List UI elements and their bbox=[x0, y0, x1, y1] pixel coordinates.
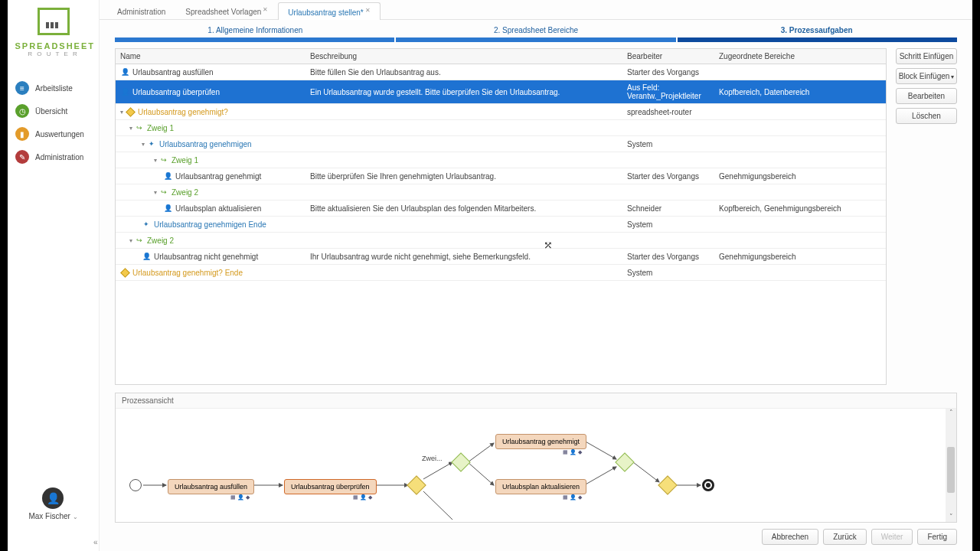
chevron-down-icon: ⌄ bbox=[73, 514, 78, 520]
svg-line-7 bbox=[584, 441, 616, 459]
tab-administration[interactable]: Administration bbox=[107, 3, 175, 19]
tab-vorlagen[interactable]: Spreadsheet Vorlagen✕ bbox=[175, 2, 278, 19]
svg-line-3 bbox=[423, 462, 452, 479]
main: Administration Spreadsheet Vorlagen✕ Url… bbox=[100, 0, 972, 551]
logo-icon bbox=[38, 8, 70, 35]
process-view-panel: Prozessansicht Urlaubsantr bbox=[115, 393, 957, 523]
scroll-down-icon[interactable]: ˅ bbox=[949, 513, 953, 520]
delete-button[interactable]: Löschen bbox=[896, 108, 957, 124]
table-row[interactable]: 👤Urlaubsantrag ausfüllen Bitte füllen Si… bbox=[116, 64, 886, 80]
nav-auswertungen[interactable]: ▮ Auswertungen bbox=[8, 122, 99, 145]
task-ausfuellen[interactable]: Urlaubsantrag ausfüllen bbox=[168, 479, 254, 494]
task-genehmigt[interactable]: Urlaubsantrag genehmigt bbox=[495, 434, 586, 449]
parallel-icon: ✦ bbox=[147, 139, 156, 148]
gateway-end-icon bbox=[120, 268, 129, 277]
user-task-icon: 👤 bbox=[120, 87, 129, 96]
expand-icon[interactable]: ▾ bbox=[120, 109, 123, 116]
parallel-end-icon: ✦ bbox=[142, 220, 151, 229]
col-beschreibung[interactable]: Beschreibung bbox=[305, 49, 622, 64]
expand-icon[interactable]: ▾ bbox=[154, 189, 157, 196]
table-row[interactable]: 👤Urlaubsantrag genehmigt Bitte überprüfe… bbox=[116, 168, 886, 184]
finish-button[interactable]: Fertig bbox=[917, 529, 957, 545]
col-zugeordnete[interactable]: Zugeordnete Bereiche bbox=[714, 49, 886, 64]
end-event[interactable] bbox=[702, 479, 714, 491]
gateway-parallel-join[interactable] bbox=[618, 455, 632, 469]
user-block[interactable]: 👤 Max Fischer ⌄ bbox=[28, 487, 77, 520]
table-row[interactable]: ▾↪Zweig 1 bbox=[116, 152, 886, 168]
cancel-button[interactable]: Abbrechen bbox=[762, 529, 818, 545]
expand-icon[interactable]: ▾ bbox=[129, 237, 132, 244]
col-bearbeiter[interactable]: Bearbeiter bbox=[622, 49, 714, 64]
task-ueberpruefen[interactable]: Urlaubsantrag überprüfen bbox=[284, 479, 377, 494]
table-row[interactable]: ▾↪Zweig 2 bbox=[116, 233, 886, 249]
list-icon: ≡ bbox=[15, 81, 29, 95]
nav-arbeitsliste[interactable]: ≡ Arbeitsliste bbox=[8, 77, 99, 99]
nav-label: Arbeitsliste bbox=[35, 84, 73, 93]
task-badges-icon: ▦ 👤 ◆ bbox=[353, 494, 372, 500]
svg-line-5 bbox=[468, 443, 494, 462]
scroll-thumb[interactable] bbox=[947, 447, 955, 493]
task-badges-icon: ▦ 👤 ◆ bbox=[563, 449, 582, 455]
start-event[interactable] bbox=[129, 479, 142, 491]
tab-urlaubsantrag[interactable]: Urlaubsantrag stellen*✕ bbox=[278, 2, 380, 20]
svg-line-4 bbox=[423, 491, 452, 520]
branch-icon: ↪ bbox=[159, 187, 168, 197]
svg-line-9 bbox=[633, 462, 659, 482]
tabs: Administration Spreadsheet Vorlagen✕ Url… bbox=[100, 0, 972, 20]
table-row[interactable]: 👤Urlaubsplan aktualisieren Bitte aktuali… bbox=[116, 201, 886, 217]
logo: SPREADSHEET R O U T E R bbox=[15, 8, 92, 57]
table-row[interactable]: ▾✦Urlaubsantrag genehmigen System bbox=[116, 136, 886, 152]
chevron-down-icon: ▾ bbox=[951, 73, 954, 80]
table-row[interactable]: ▾↪Zweig 2 bbox=[116, 184, 886, 201]
wizard-steps: 1. Allgemeine Informationen 2. Spreadshe… bbox=[100, 20, 972, 42]
gateway-parallel[interactable] bbox=[454, 455, 468, 469]
nav-label: Übersicht bbox=[35, 107, 67, 116]
insert-block-button[interactable]: Block Einfügen▾ bbox=[896, 68, 957, 84]
close-icon[interactable]: ✕ bbox=[263, 6, 268, 13]
edit-button[interactable]: Bearbeiten bbox=[896, 88, 957, 104]
flow-lines bbox=[116, 409, 956, 522]
footer-buttons: Abbrechen Zurück Weiter Fertig bbox=[100, 523, 972, 551]
step-1[interactable]: 1. Allgemeine Informationen bbox=[115, 26, 396, 37]
step-3[interactable]: 3. Prozessaufgaben bbox=[676, 26, 957, 37]
table-row[interactable]: 👤Urlaubsantrag nicht genehmigt Ihr Urlau… bbox=[116, 249, 886, 265]
scroll-up-icon[interactable]: ˄ bbox=[949, 409, 953, 416]
step-2[interactable]: 2. Spreadsheet Bereiche bbox=[396, 26, 677, 37]
expand-icon[interactable]: ▾ bbox=[129, 125, 132, 132]
avatar-icon: 👤 bbox=[42, 487, 64, 509]
table-row-selected[interactable]: 👤Urlaubsantrag überprüfen Ein Urlaubsant… bbox=[116, 80, 886, 104]
svg-line-8 bbox=[584, 467, 616, 485]
user-task-icon: 👤 bbox=[142, 252, 151, 261]
nav-label: Auswertungen bbox=[35, 130, 84, 139]
user-task-icon: 👤 bbox=[163, 171, 172, 181]
brand-line2: R O U T E R bbox=[15, 51, 92, 57]
table-row[interactable]: ▾↪Zweig 1 bbox=[116, 120, 886, 136]
gateway[interactable] bbox=[410, 478, 423, 492]
wrench-icon: ✎ bbox=[15, 150, 29, 164]
process-canvas[interactable]: Urlaubsantrag ausfüllen ▦ 👤 ◆ Urlaubsant… bbox=[116, 409, 956, 522]
col-name[interactable]: Name bbox=[116, 49, 305, 64]
insert-step-button[interactable]: Schritt Einfügen bbox=[896, 48, 957, 64]
task-aktualisieren[interactable]: Urlaubsplan aktualisieren bbox=[495, 479, 586, 494]
expand-icon[interactable]: ▾ bbox=[154, 157, 157, 164]
table-row[interactable]: ▾Urlaubsantrag genehmigt? spreadsheet-ro… bbox=[116, 104, 886, 120]
table-row[interactable]: Urlaubsantrag genehmigt? Ende System bbox=[116, 265, 886, 281]
brand-line1: SPREADSHEET bbox=[15, 41, 92, 51]
scrollbar[interactable]: ˄ ˅ bbox=[946, 409, 956, 522]
task-table: Name Beschreibung Bearbeiter Zugeordnete… bbox=[115, 48, 887, 385]
collapse-sidebar-icon[interactable]: « bbox=[93, 538, 98, 546]
nav-administration[interactable]: ✎ Administration bbox=[8, 145, 99, 168]
nav-ubersicht[interactable]: ◷ Übersicht bbox=[8, 99, 99, 122]
overview-icon: ◷ bbox=[15, 104, 29, 118]
back-button[interactable]: Zurück bbox=[823, 529, 867, 545]
branch-icon: ↪ bbox=[135, 236, 144, 245]
sidebar: SPREADSHEET R O U T E R ≡ Arbeitsliste ◷… bbox=[8, 0, 100, 551]
close-icon[interactable]: ✕ bbox=[365, 7, 371, 14]
nav-label: Administration bbox=[35, 153, 83, 161]
expand-icon[interactable]: ▾ bbox=[142, 141, 145, 148]
gateway-join[interactable] bbox=[661, 478, 675, 492]
user-name: Max Fischer bbox=[28, 512, 70, 520]
task-badges-icon: ▦ 👤 ◆ bbox=[563, 494, 582, 500]
side-buttons: Schritt Einfügen Block Einfügen▾ Bearbei… bbox=[896, 48, 957, 385]
table-row[interactable]: ✦Urlaubsantrag genehmigen Ende System bbox=[116, 217, 886, 233]
